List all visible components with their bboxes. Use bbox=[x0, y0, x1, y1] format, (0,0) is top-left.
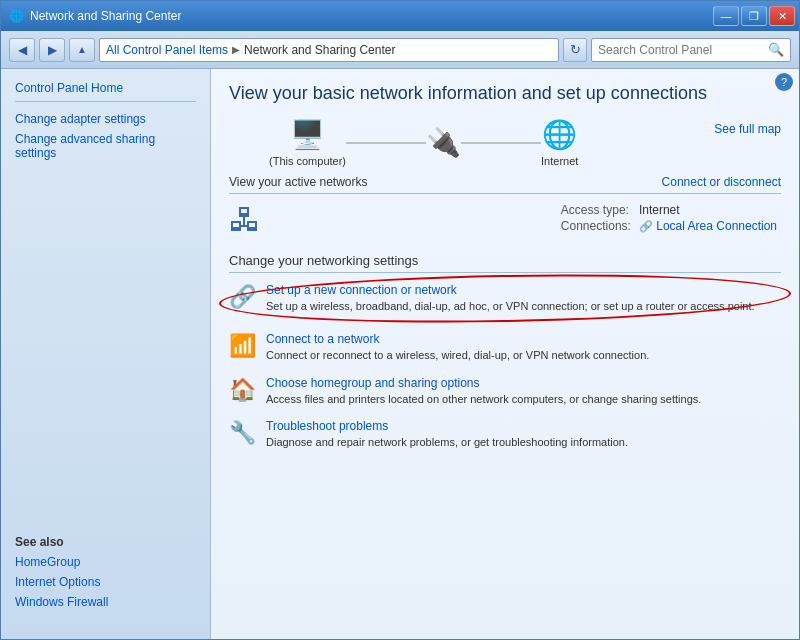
computer-node: 🖥️ (This computer) bbox=[269, 118, 346, 167]
breadcrumb-separator: ▶ bbox=[232, 44, 240, 55]
search-box: 🔍 bbox=[591, 38, 791, 62]
network-info-right: Access type: Internet Connections: 🔗 Loc… bbox=[557, 202, 781, 234]
troubleshoot-icon: 🔧 bbox=[229, 420, 256, 446]
title-bar-left: 🌐 Network and Sharing Center bbox=[9, 9, 181, 23]
sidebar-item-change-advanced-sharing[interactable]: Change advanced sharing settings bbox=[15, 132, 196, 160]
connect-network-link[interactable]: Connect to a network bbox=[266, 332, 781, 346]
back-button[interactable]: ◀ bbox=[9, 38, 35, 62]
window-icon: 🌐 bbox=[9, 9, 24, 23]
title-bar-buttons: — ❐ ✕ bbox=[713, 6, 795, 26]
internet-icon: 🌐 bbox=[542, 118, 577, 151]
homegroup-sharing-content: Choose homegroup and sharing options Acc… bbox=[266, 376, 781, 407]
breadcrumb-part2: Network and Sharing Center bbox=[244, 43, 395, 57]
network-line-2 bbox=[461, 142, 541, 144]
page-title: View your basic network information and … bbox=[229, 83, 781, 104]
refresh-button[interactable]: ↻ bbox=[563, 38, 587, 62]
troubleshoot-desc: Diagnose and repair network problems, or… bbox=[266, 436, 628, 448]
sidebar-nav-section: Control Panel Home Change adapter settin… bbox=[1, 81, 210, 178]
main-window: 🌐 Network and Sharing Center — ❐ ✕ ◀ ▶ ▲… bbox=[0, 0, 800, 640]
sidebar-item-homegroup[interactable]: HomeGroup bbox=[15, 555, 196, 569]
sidebar-item-change-adapter[interactable]: Change adapter settings bbox=[15, 112, 196, 126]
close-button[interactable]: ✕ bbox=[769, 6, 795, 26]
connect-network-icon: 📶 bbox=[229, 333, 256, 359]
search-input[interactable] bbox=[598, 43, 764, 57]
setting-item-new-connection: 🔗 Set up a new connection or network Set… bbox=[229, 283, 781, 314]
sidebar-item-windows-firewall[interactable]: Windows Firewall bbox=[15, 595, 196, 609]
new-connection-icon: 🔗 bbox=[229, 284, 256, 310]
content-area: ? View your basic network information an… bbox=[211, 69, 799, 639]
up-button[interactable]: ▲ bbox=[69, 38, 95, 62]
router-node: 🔌 bbox=[426, 126, 461, 159]
homegroup-sharing-desc: Access files and printers located on oth… bbox=[266, 393, 701, 405]
breadcrumb-part1[interactable]: All Control Panel Items bbox=[106, 43, 228, 57]
setting-item-connect-network: 📶 Connect to a network Connect or reconn… bbox=[229, 332, 781, 363]
network-diagram-wrapper: See full map 🖥️ (This computer) 🔌 🌐 Inte… bbox=[229, 118, 781, 167]
minimize-button[interactable]: — bbox=[713, 6, 739, 26]
window-title: Network and Sharing Center bbox=[30, 9, 181, 23]
sidebar-item-internet-options[interactable]: Internet Options bbox=[15, 575, 196, 589]
main-area: Control Panel Home Change adapter settin… bbox=[1, 69, 799, 639]
setting-item-troubleshoot: 🔧 Troubleshoot problems Diagnose and rep… bbox=[229, 419, 781, 450]
sidebar-item-control-panel-home[interactable]: Control Panel Home bbox=[15, 81, 196, 95]
network-line-1 bbox=[346, 142, 426, 144]
access-type-value: Internet bbox=[635, 202, 781, 218]
computer-icon: 🖥️ bbox=[290, 118, 325, 151]
help-icon[interactable]: ? bbox=[775, 73, 793, 91]
network-info-row: 🖧 Access type: Internet Connections: 🔗 bbox=[229, 202, 781, 239]
internet-label: Internet bbox=[541, 155, 578, 167]
sidebar-see-also-section: HomeGroup Internet Options Windows Firew… bbox=[1, 555, 210, 627]
settings-section-title: Change your networking settings bbox=[229, 253, 781, 273]
see-also-label: See also bbox=[1, 525, 210, 555]
connect-network-desc: Connect or reconnect to a wireless, wire… bbox=[266, 349, 649, 361]
homegroup-sharing-link[interactable]: Choose homegroup and sharing options bbox=[266, 376, 781, 390]
troubleshoot-link[interactable]: Troubleshoot problems bbox=[266, 419, 781, 433]
connect-disconnect-link[interactable]: Connect or disconnect bbox=[662, 175, 781, 189]
see-full-map-link[interactable]: See full map bbox=[714, 122, 781, 136]
search-icon[interactable]: 🔍 bbox=[768, 42, 784, 57]
new-connection-content: Set up a new connection or network Set u… bbox=[266, 283, 781, 314]
active-networks-header: View your active networks Connect or dis… bbox=[229, 175, 781, 194]
internet-node: 🌐 Internet bbox=[541, 118, 578, 167]
title-bar: 🌐 Network and Sharing Center — ❐ ✕ bbox=[1, 1, 799, 31]
troubleshoot-content: Troubleshoot problems Diagnose and repai… bbox=[266, 419, 781, 450]
new-connection-desc: Set up a wireless, broadband, dial-up, a… bbox=[266, 300, 755, 312]
restore-button[interactable]: ❐ bbox=[741, 6, 767, 26]
homegroup-sharing-icon: 🏠 bbox=[229, 377, 256, 403]
access-type-label: Access type: bbox=[557, 202, 635, 218]
active-networks-label: View your active networks bbox=[229, 175, 368, 189]
computer-label: (This computer) bbox=[269, 155, 346, 167]
sidebar: Control Panel Home Change adapter settin… bbox=[1, 69, 211, 639]
new-connection-link[interactable]: Set up a new connection or network bbox=[266, 283, 781, 297]
network-diagram: 🖥️ (This computer) 🔌 🌐 Internet bbox=[229, 118, 781, 167]
address-bar: ◀ ▶ ▲ All Control Panel Items ▶ Network … bbox=[1, 31, 799, 69]
connections-label: Connections: bbox=[557, 218, 635, 234]
router-icon: 🔌 bbox=[426, 126, 461, 159]
network-connection-icon: 🔗 bbox=[639, 220, 653, 232]
setting-item-homegroup-sharing: 🏠 Choose homegroup and sharing options A… bbox=[229, 376, 781, 407]
network-info-icon: 🖧 bbox=[229, 202, 261, 239]
forward-button[interactable]: ▶ bbox=[39, 38, 65, 62]
local-area-connection-link[interactable]: Local Area Connection bbox=[656, 219, 777, 233]
breadcrumb: All Control Panel Items ▶ Network and Sh… bbox=[99, 38, 559, 62]
connect-network-content: Connect to a network Connect or reconnec… bbox=[266, 332, 781, 363]
